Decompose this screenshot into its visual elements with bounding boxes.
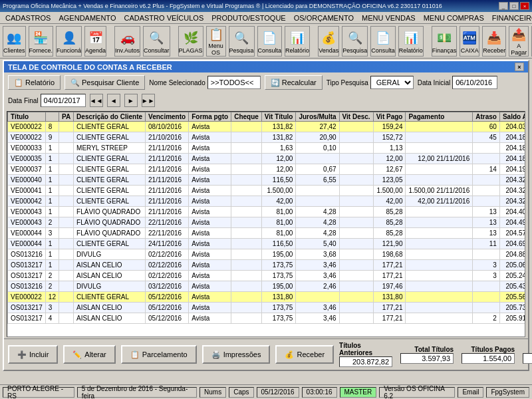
data-table-container[interactable]: Título PA Descrição do Cliente Venciment… [7, 111, 525, 337]
toolbar-relatorio1[interactable]: 📊 Relatório [285, 26, 310, 57]
table-row[interactable]: VE0000432FLÁVIO QUADRADO22/11/2016Avista… [8, 217, 526, 228]
toolbar-vendas[interactable]: 💰 Vendas [318, 26, 339, 57]
incluir-button[interactable]: ➕ Incluir [8, 345, 58, 364]
menu-produto-estoque[interactable]: PRODUTO/ESTOQUE [207, 13, 289, 23]
menu-vendas[interactable]: MENU VENDAS [358, 13, 420, 23]
total-titulos-group: Total Títulos 3.597,93 [400, 346, 454, 364]
table-cell [231, 292, 262, 303]
table-cell [339, 271, 373, 281]
tipo-select[interactable]: GERAL [370, 76, 414, 89]
table-row[interactable]: OS0132161DIVULG02/12/2016Avista195,003,6… [8, 249, 526, 260]
table-cell [296, 292, 339, 303]
toolbar-fornece[interactable]: 🏪 Fornece. [29, 26, 54, 57]
menu-os-orcamento[interactable]: OS/ORÇAMENTO [290, 13, 358, 23]
toolbar-menuos[interactable]: 📋 Menu OS [206, 26, 226, 57]
table-cell: VE000044 [8, 239, 46, 249]
toolbar-funcionario[interactable]: 👤 Funcioná [56, 26, 82, 57]
toolbar-invautos[interactable]: 🚗 Inv.Autos [114, 26, 140, 57]
alterar-button[interactable]: ✏️ Alterar [63, 345, 115, 364]
table-row[interactable]: OS0132171AISLAN CELIO02/12/2016Avista173… [8, 260, 526, 271]
nome-selecionado-group: Nome Selecionado [149, 76, 261, 89]
data-inicial-input[interactable] [452, 76, 497, 89]
menu-agendamento[interactable]: AGENDAMENTO [55, 13, 120, 23]
table-cell [59, 271, 73, 281]
menu-cadastro-veiculos[interactable]: CADASTRO VEÍCULOS [120, 13, 207, 23]
data-final-input[interactable] [41, 94, 86, 107]
table-cell [59, 196, 73, 207]
nav-first-btn[interactable]: ◄◄ [90, 94, 103, 107]
table-cell: 204.889,65 [499, 249, 525, 260]
toolbar-caixa[interactable]: 🏧 CAIXA [460, 26, 479, 57]
maximize-btn[interactable]: □ [509, 2, 519, 10]
table-row[interactable]: OS0132173AISLAN CELIO05/12/2016Avista173… [8, 303, 526, 313]
toolbar-consulta1[interactable]: 📄 Consulta [257, 26, 283, 57]
toolbar-pesquisa1[interactable]: 🔍 Pesquisa [229, 26, 255, 57]
table-row[interactable]: VE0000371CLIENTE GERAL21/11/2016Avista12… [8, 164, 526, 175]
contas-receber-table: Título PA Descrição do Cliente Venciment… [7, 112, 525, 324]
nav-prev-btn[interactable]: ◄ [107, 94, 120, 107]
toolbar-clientes[interactable]: 👥 Clientes [3, 26, 26, 57]
table-cell: 173,75 [261, 303, 296, 313]
col-pa: PA [59, 112, 73, 122]
table-row[interactable]: VE0000441CLIENTE GERAL24/11/2016Avista11… [8, 239, 526, 249]
toolbar-relatorio2[interactable]: 📊 Relatório [398, 26, 424, 57]
table-cell: 131,82 [261, 122, 296, 132]
toolbar-apagar[interactable]: 📤 A Pagar [509, 26, 529, 57]
toolbar-pesquisa2[interactable]: 🔍 Pesquisa [342, 26, 368, 57]
relatorio-button[interactable]: 📋 Relatório [8, 75, 61, 90]
minimize-btn[interactable]: _ [499, 2, 508, 10]
nav-next-btn[interactable]: ► [124, 94, 138, 107]
relatorio2-icon: 📊 [402, 29, 420, 47]
window-close-btn[interactable]: × [515, 63, 524, 71]
table-cell [59, 260, 73, 271]
table-row[interactable]: OS0132172AISLAN CELIO02/12/2016Avista173… [8, 271, 526, 281]
table-cell: AISLAN CELIO [74, 303, 146, 313]
toolbar-receber[interactable]: 📥 Receber [482, 26, 506, 57]
table-row[interactable]: VE0000411CLIENTE GERAL21/11/2016Avista1.… [8, 186, 526, 196]
impressoes-button[interactable]: 🖨️ Impressões [202, 345, 271, 364]
table-cell: 1 [45, 175, 59, 186]
table-cell: 131,82 [261, 132, 296, 143]
consulta2-icon: 📄 [374, 29, 392, 47]
table-cell [339, 217, 373, 228]
toolbar-financas[interactable]: 💵 Finanças [432, 26, 458, 57]
table-cell [406, 122, 473, 132]
table-row[interactable]: VE0000331MERYL STREEP21/11/2016Avista1,6… [8, 143, 526, 154]
receber-bottom-button[interactable]: 💰 Receber [275, 345, 334, 364]
table-row[interactable]: VE0000229CLIENTE GERAL21/10/2016Avista13… [8, 132, 526, 143]
pesquisar-cliente-button[interactable]: 🔍 Pesquisar Cliente [65, 75, 145, 90]
menu-cadastros[interactable]: CADASTROS [1, 13, 55, 23]
table-cell: 4,28 [296, 207, 339, 217]
table-row[interactable]: VE0000421CLIENTE GERAL21/11/2016Avista42… [8, 196, 526, 207]
table-cell: 204.032,05 [499, 122, 525, 132]
table-row[interactable]: OS0132162DIVULG03/12/2016Avista195,002,4… [8, 281, 526, 292]
table-cell [339, 132, 373, 143]
table-cell: 42,00 [261, 196, 296, 207]
table-row[interactable]: VE0000228CLIENTE GERAL08/10/2016Avista13… [8, 122, 526, 132]
toolbar-consultar[interactable]: 🔍 Consultar [143, 26, 170, 57]
table-cell [406, 313, 473, 324]
table-cell: 85,28 [373, 207, 406, 217]
table-row[interactable]: VE0000351CLIENTE GERAL21/11/2016Avista12… [8, 154, 526, 164]
toolbar-plagas[interactable]: 🌿 PLAGAS [178, 26, 203, 57]
parcelamento-button[interactable]: 📋 Parcelamento [121, 345, 197, 364]
table-cell [339, 281, 373, 292]
table-row[interactable]: OS0132174AISLAN CELIO05/12/2016Avista173… [8, 313, 526, 324]
table-row[interactable]: VE0000401CLIENTE GERAL21/11/2016Avista11… [8, 175, 526, 186]
table-cell: 02/12/2016 [146, 260, 189, 271]
table-row[interactable]: VE00002212CLIENTE GERAL05/12/2016Avista1… [8, 292, 526, 303]
table-row[interactable]: VE0000443FLÁVIO QUADRADO22/11/2016Avista… [8, 228, 526, 239]
nav-last-btn[interactable]: ►► [142, 94, 155, 107]
tipo-pesquisa-group: Tipo Pesquisa GERAL [327, 76, 414, 89]
nome-selecionado-input[interactable] [207, 76, 261, 89]
toolbar-agenda[interactable]: 📅 Agenda [84, 26, 106, 57]
menu-financeiro[interactable]: FINANCEIRO [488, 13, 532, 23]
table-cell: OS013216 [8, 281, 46, 292]
menu-compras[interactable]: MENU COMPRAS [420, 13, 488, 23]
titulos-anteriores-label: Títulos Anteriores [339, 342, 392, 356]
recalcular-button[interactable]: 🔄 Recalcular [265, 75, 323, 90]
close-btn[interactable]: × [520, 2, 529, 10]
table-cell [339, 260, 373, 271]
table-row[interactable]: VE0000431FLÁVIO QUADRADO21/11/2016Avista… [8, 207, 526, 217]
toolbar-consulta2[interactable]: 📄 Consulta [370, 26, 396, 57]
